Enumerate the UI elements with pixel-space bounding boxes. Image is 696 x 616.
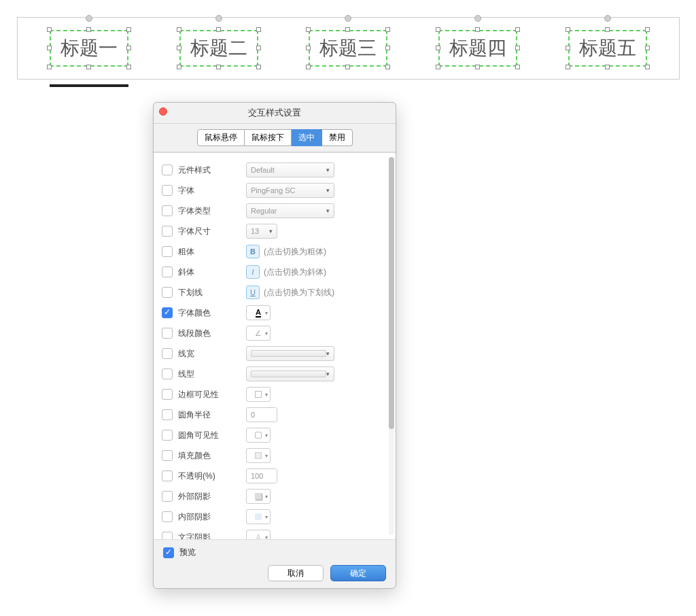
resize-handle[interactable] [385,65,390,69]
checkbox[interactable] [162,511,173,522]
fill-color-picker[interactable]: ▾ [246,448,271,463]
resize-handle[interactable] [47,27,52,32]
resize-handle[interactable] [216,65,221,69]
resize-handle[interactable] [645,27,650,32]
row-text-shadow: 文字阴影 A▾ [158,527,385,540]
design-canvas[interactable]: 标题一 标题二 标题三 标题四 标题五 [17,17,680,80]
resize-handle[interactable] [385,27,390,32]
outer-shadow-select[interactable]: ▾ [246,489,271,504]
resize-handle[interactable] [436,65,440,69]
resize-handle[interactable] [515,46,520,50]
dialog-titlebar[interactable]: 交互样式设置 [154,103,396,124]
resize-handle[interactable] [566,46,570,50]
checkbox[interactable] [162,389,173,400]
checkbox[interactable] [162,532,173,540]
font-type-select[interactable]: Regular▾ [246,203,334,218]
italic-toggle[interactable]: I [246,265,260,279]
font-select[interactable]: PingFang SC▾ [246,183,334,198]
widget-style-select[interactable]: Default▾ [246,162,334,177]
tab-disabled[interactable]: 禁用 [322,129,353,146]
row-bold: 粗体 B(点击切换为粗体) [158,241,385,262]
checkbox[interactable] [162,369,173,379]
checkbox[interactable] [162,491,173,502]
resize-handle[interactable] [306,65,311,69]
checkbox[interactable] [162,328,173,339]
checkbox[interactable] [162,287,173,298]
tab-selected[interactable]: 选中 [292,129,322,146]
preview-checkbox[interactable] [163,547,174,558]
line-type-select[interactable]: ▾ [246,366,334,381]
resize-handle[interactable] [177,65,181,69]
checkbox[interactable] [162,226,173,237]
resize-handle[interactable] [475,65,480,69]
checkbox[interactable] [162,205,173,216]
resize-handle[interactable] [177,27,181,32]
checkbox[interactable] [162,409,173,420]
resize-handle[interactable] [566,27,570,32]
border-visibility-select[interactable]: ▾ [246,387,271,402]
resize-handle[interactable] [126,46,131,50]
resize-handle[interactable] [436,27,440,32]
checkbox[interactable] [162,307,173,318]
resize-handle[interactable] [645,46,650,50]
line-color-picker[interactable]: ∠▾ [246,326,271,341]
cancel-button[interactable]: 取消 [268,565,324,581]
resize-handle[interactable] [47,46,52,50]
corner-radius-input[interactable] [246,407,277,422]
line-width-select[interactable]: ▾ [246,346,334,361]
underline-toggle[interactable]: U [246,286,260,299]
opacity-input[interactable] [246,468,277,483]
text-shadow-select[interactable]: A▾ [246,530,271,540]
resize-handle[interactable] [256,65,261,69]
state-tabs: 鼠标悬停 鼠标按下 选中 禁用 [154,124,396,152]
resize-handle[interactable] [256,27,261,32]
resize-handle[interactable] [345,27,350,32]
tab-hover[interactable]: 鼠标悬停 [197,129,245,146]
tab-widget-1[interactable]: 标题一 [50,30,128,67]
resize-handle[interactable] [306,46,311,50]
resize-handle[interactable] [605,65,610,69]
resize-handle[interactable] [605,27,610,32]
resize-handle[interactable] [216,27,221,32]
inner-shadow-select[interactable]: ▾ [246,509,271,524]
checkbox[interactable] [162,185,173,196]
interaction-styles-dialog: 交互样式设置 鼠标悬停 鼠标按下 选中 禁用 元件样式 Default▾ 字体 … [153,102,396,589]
tab-widget-2[interactable]: 标题二 [179,30,258,67]
resize-handle[interactable] [515,65,520,69]
checkbox[interactable] [162,246,173,257]
checkbox[interactable] [162,348,173,359]
checkbox[interactable] [162,267,173,277]
resize-handle[interactable] [47,65,52,69]
resize-handle[interactable] [385,46,390,50]
checkbox[interactable] [162,430,173,441]
tab-widget-4[interactable]: 标题四 [438,30,517,67]
resize-handle[interactable] [177,46,181,50]
resize-handle[interactable] [256,46,261,50]
resize-handle[interactable] [86,65,91,69]
corner-visibility-select[interactable]: ▾ [246,428,271,443]
resize-handle[interactable] [645,65,650,69]
close-icon[interactable] [159,107,167,116]
dialog-title-text: 交互样式设置 [248,107,301,118]
confirm-button[interactable]: 确定 [330,565,386,581]
checkbox[interactable] [162,450,173,461]
properties-scroll[interactable]: 元件样式 Default▾ 字体 PingFang SC▾ 字体类型 Regul… [154,152,396,540]
resize-handle[interactable] [566,65,570,69]
font-size-select[interactable]: 13▾ [246,224,277,239]
bold-toggle[interactable]: B [246,245,260,258]
resize-handle[interactable] [306,27,311,32]
tab-widget-3[interactable]: 标题三 [309,30,387,67]
font-color-picker[interactable]: A▾ [246,305,271,320]
resize-handle[interactable] [86,27,91,32]
resize-handle[interactable] [475,27,480,32]
checkbox[interactable] [162,165,173,175]
checkbox[interactable] [162,470,173,481]
resize-handle[interactable] [126,65,131,69]
resize-handle[interactable] [126,27,131,32]
scrollbar-thumb[interactable] [389,157,394,429]
resize-handle[interactable] [515,27,520,32]
resize-handle[interactable] [436,46,440,50]
tab-widget-5[interactable]: 标题五 [568,30,647,67]
tab-press[interactable]: 鼠标按下 [245,129,292,146]
resize-handle[interactable] [345,65,350,69]
